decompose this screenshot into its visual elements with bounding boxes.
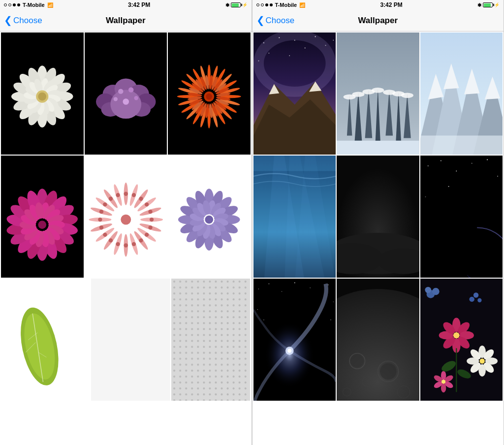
svg-point-255 <box>401 93 413 97</box>
bluetooth-icon: ✱ <box>225 2 229 8</box>
left-back-button[interactable]: ❮ Choose <box>4 16 42 26</box>
svg-point-281 <box>487 159 488 160</box>
svg-rect-266 <box>420 135 503 155</box>
svg-point-164 <box>149 218 153 222</box>
svg-point-339 <box>441 380 445 383</box>
svg-point-46 <box>113 97 117 101</box>
svg-point-292 <box>294 282 295 283</box>
svg-point-179 <box>121 215 131 225</box>
svg-point-174 <box>98 218 102 222</box>
left-status-bar: T-Mobile 📶 3:42 PM ✱ ⚡ <box>0 0 252 10</box>
r-signal-dot-1 <box>256 3 259 6</box>
right-chevron-icon: ❮ <box>256 15 265 25</box>
svg-point-345 <box>477 298 481 302</box>
wallpaper-white-flower[interactable] <box>1 32 84 155</box>
wallpaper-plain-white[interactable] <box>91 279 170 401</box>
wallpaper-pink-white-flower[interactable] <box>85 156 167 278</box>
signal-dot-4 <box>17 3 20 6</box>
r-bluetooth-icon: ✱ <box>477 2 481 8</box>
left-time: 3:42 PM <box>128 1 150 8</box>
wallpaper-purple-round-flower[interactable] <box>85 32 167 155</box>
svg-point-44 <box>118 89 123 94</box>
wallpaper-orange-flower[interactable] <box>168 32 251 155</box>
svg-point-307 <box>380 363 397 380</box>
right-wallpaper-grid <box>252 32 504 445</box>
right-nav-title: Wallpaper <box>358 16 398 26</box>
left-status-left: T-Mobile 📶 <box>4 2 53 8</box>
svg-point-277 <box>427 165 428 166</box>
left-grid-row-2 <box>1 156 251 278</box>
svg-point-280 <box>471 163 472 164</box>
svg-point-295 <box>333 301 333 302</box>
left-nav-title: Wallpaper <box>106 16 146 26</box>
wallpaper-green-leaf[interactable] <box>1 279 90 401</box>
svg-point-305 <box>351 355 363 367</box>
r-battery-icon <box>483 2 493 7</box>
svg-point-279 <box>456 171 457 172</box>
svg-point-213 <box>205 216 213 224</box>
wallpaper-moon[interactable] <box>337 279 419 401</box>
svg-point-278 <box>440 160 441 161</box>
right-phone-panel: T-Mobile 📶 3:42 PM ✱ ⚡ ❮ Choose Wallpape… <box>252 0 504 445</box>
right-back-label[interactable]: Choose <box>266 16 295 26</box>
left-status-right: ✱ ⚡ <box>225 2 248 8</box>
svg-point-47 <box>134 96 138 100</box>
left-grid-row-3 <box>1 279 251 401</box>
svg-point-235 <box>289 55 290 56</box>
signal-dot-3 <box>13 3 16 6</box>
wallpaper-magenta-flower[interactable] <box>1 156 84 278</box>
r-battery-fill <box>484 3 491 7</box>
wallpaper-lavender-flower[interactable] <box>168 156 251 278</box>
svg-point-48 <box>123 98 129 105</box>
wallpaper-galaxy[interactable] <box>253 279 336 401</box>
right-status-bar: T-Mobile 📶 3:42 PM ✱ ⚡ <box>252 0 504 10</box>
svg-point-313 <box>425 287 431 293</box>
wallpaper-snowy-mountains[interactable] <box>420 32 503 155</box>
svg-point-293 <box>310 287 310 288</box>
svg-point-314 <box>432 288 440 295</box>
left-wallpaper-grid <box>0 32 252 445</box>
wallpaper-dotted-gray[interactable] <box>171 279 251 401</box>
svg-point-343 <box>469 297 474 302</box>
left-back-label[interactable]: Choose <box>13 16 42 26</box>
battery-fill <box>232 3 239 7</box>
right-nav-bar: ❮ Choose Wallpaper <box>252 10 504 32</box>
signal-dot-1 <box>4 3 7 6</box>
svg-point-290 <box>268 284 269 285</box>
svg-point-169 <box>124 243 127 247</box>
svg-point-231 <box>268 53 269 54</box>
charge-icon: ⚡ <box>242 2 248 7</box>
svg-rect-224 <box>171 279 251 401</box>
svg-point-137 <box>38 221 46 229</box>
wallpaper-planet[interactable] <box>420 156 503 278</box>
r-charge-icon: ⚡ <box>494 2 500 7</box>
right-time: 3:42 PM <box>380 1 402 8</box>
svg-point-282 <box>497 176 498 177</box>
wallpaper-dark-landscape[interactable] <box>337 156 419 278</box>
svg-point-250 <box>352 92 364 96</box>
svg-rect-221 <box>91 279 170 401</box>
svg-point-297 <box>263 319 264 320</box>
r-wifi-icon: 📶 <box>299 2 305 8</box>
r-carrier-label: T-Mobile <box>275 2 297 8</box>
svg-rect-271 <box>253 156 336 171</box>
wallpaper-snowy-forest[interactable] <box>337 32 419 155</box>
wallpaper-mountains-night[interactable] <box>253 32 336 155</box>
wallpaper-flowers-dark[interactable] <box>420 279 503 401</box>
svg-point-344 <box>473 292 478 297</box>
svg-point-301 <box>287 349 291 352</box>
svg-point-232 <box>304 48 305 49</box>
svg-rect-256 <box>337 141 419 155</box>
right-grid-row-1 <box>253 32 503 155</box>
svg-point-296 <box>257 309 257 310</box>
svg-point-45 <box>128 87 133 92</box>
svg-point-303 <box>337 289 419 401</box>
svg-point-34 <box>38 93 46 101</box>
svg-point-298 <box>330 319 331 320</box>
wallpaper-ocean[interactable] <box>253 156 336 278</box>
right-back-button[interactable]: ❮ Choose <box>256 16 295 26</box>
right-grid-row-3 <box>253 279 503 401</box>
r-signal-dot-4 <box>270 3 273 6</box>
svg-point-233 <box>333 40 334 41</box>
svg-point-332 <box>479 358 484 363</box>
